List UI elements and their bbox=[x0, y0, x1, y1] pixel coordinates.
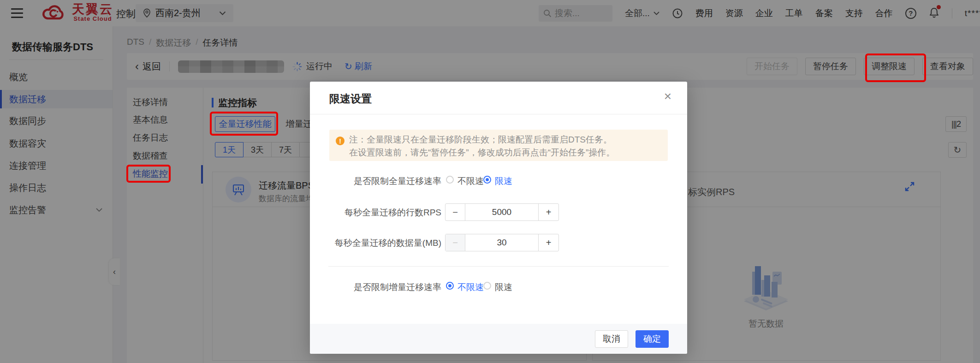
mb-input[interactable] bbox=[465, 238, 538, 248]
dialog-footer: 取消 确定 bbox=[310, 324, 687, 354]
close-icon[interactable]: × bbox=[664, 90, 671, 103]
app-root: 天翼云 State Cloud 控制台 西南2-贵州 bbox=[0, 0, 980, 363]
dialog-header-divider bbox=[310, 114, 687, 114]
note-line-2: 在设置限速前，请先“暂停任务”，修改成功后再点击“开始任务”操作。 bbox=[349, 147, 615, 159]
warning-icon: ! bbox=[336, 137, 344, 145]
full-rate-unlimited-radio[interactable] bbox=[446, 176, 454, 184]
rate-limit-dialog: 限速设置 × ! 注：全量限速只在全量迁移阶段生效；限速配置后需重启DTS任务。… bbox=[310, 82, 687, 354]
rps-stepper: − + bbox=[445, 203, 559, 221]
mb-stepper: − + bbox=[445, 234, 559, 251]
rps-increase-button[interactable]: + bbox=[538, 204, 558, 220]
rps-input[interactable] bbox=[465, 207, 538, 217]
mb-label: 每秒全量迁移的数据量(MB) bbox=[321, 237, 441, 249]
full-rate-limited-label[interactable]: 限速 bbox=[495, 175, 512, 187]
dialog-title: 限速设置 bbox=[329, 92, 372, 106]
incr-rate-label: 是否限制增量迁移速率 bbox=[321, 281, 441, 293]
full-rate-limited-radio[interactable] bbox=[483, 176, 491, 184]
mb-increase-button[interactable]: + bbox=[538, 234, 558, 251]
incr-rate-limited-label[interactable]: 限速 bbox=[495, 281, 512, 293]
dialog-section-divider bbox=[328, 266, 669, 267]
warning-note: ! 注：全量限速只在全量迁移阶段生效；限速配置后需重启DTS任务。 在设置限速前… bbox=[329, 130, 668, 161]
confirm-button[interactable]: 确定 bbox=[636, 330, 669, 348]
cancel-button[interactable]: 取消 bbox=[595, 330, 628, 348]
rps-label: 每秒全量迁移的行数RPS bbox=[321, 207, 441, 219]
full-rate-label: 是否限制全量迁移速率 bbox=[321, 175, 441, 187]
full-rate-unlimited-label[interactable]: 不限速 bbox=[457, 175, 484, 187]
incr-rate-unlimited-label[interactable]: 不限速 bbox=[457, 281, 484, 293]
note-line-1: 注：全量限速只在全量迁移阶段生效；限速配置后需重启DTS任务。 bbox=[349, 134, 612, 146]
rps-decrease-button[interactable]: − bbox=[445, 204, 465, 220]
mb-decrease-button[interactable]: − bbox=[445, 234, 465, 251]
incr-rate-limited-radio[interactable] bbox=[483, 282, 491, 290]
incr-rate-unlimited-radio[interactable] bbox=[446, 282, 454, 290]
